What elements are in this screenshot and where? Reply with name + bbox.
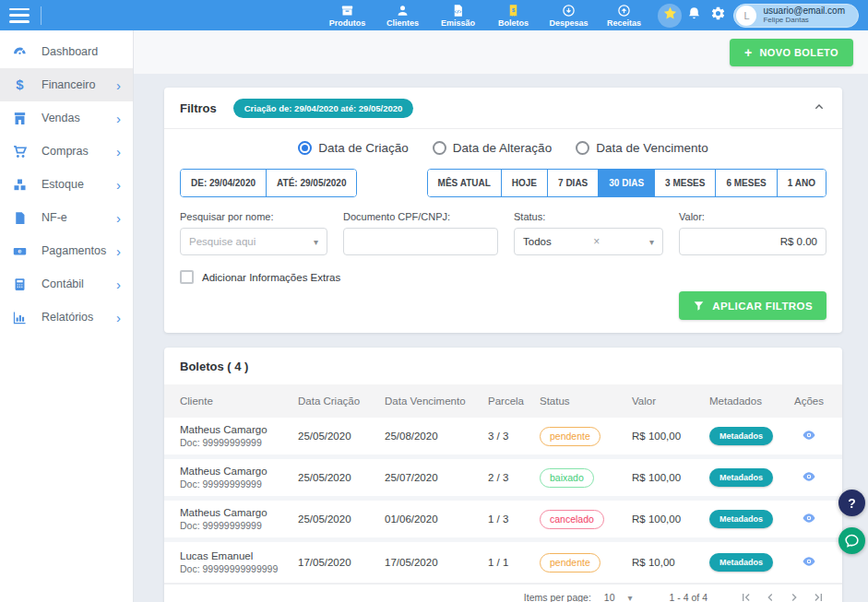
quick-range-1-ano[interactable]: 1 ANO (778, 170, 826, 196)
topnav-item-receitas[interactable]: Receitas (602, 4, 645, 28)
topnav-item-despesas[interactable]: Despesas (547, 4, 589, 28)
topnav-item-boletos[interactable]: $ Boletos (492, 4, 534, 28)
view-icon[interactable] (802, 511, 816, 525)
sidebar-item-relatorios[interactable]: Relatórios › (0, 301, 133, 334)
column-header: Cliente (180, 395, 298, 407)
quick-range-hoje[interactable]: HOJE (502, 170, 548, 196)
status-badge: pendente (540, 553, 600, 572)
topnav-item-produtos[interactable]: Produtos (326, 4, 368, 28)
sidebar-item-dashboard[interactable]: Dashboard (0, 35, 133, 68)
chevron-down-icon: ▾ (628, 593, 633, 602)
chat-bubble-icon (844, 533, 860, 549)
radio-icon (576, 141, 589, 155)
date-from-button[interactable]: DE: 29/04/2020 (181, 170, 267, 196)
creation-date: 17/05/2020 (298, 557, 385, 568)
receipt-icon: $ (506, 4, 520, 18)
sidebar-item-compras[interactable]: Compras › (0, 135, 133, 168)
question-mark-icon: ? (848, 496, 856, 511)
quick-range-6-meses[interactable]: 6 MESES (716, 170, 777, 196)
name-search-select[interactable]: Pesquise aqui ▾ (180, 228, 327, 255)
new-boleto-button[interactable]: + NOVO BOLETO (730, 39, 853, 66)
store-icon (12, 111, 28, 126)
star-icon (662, 6, 678, 25)
radio-data-de-criac-a-o[interactable]: Data de Criação (298, 141, 409, 155)
last-page-button[interactable] (811, 590, 826, 602)
name-search-placeholder: Pesquise aqui (189, 236, 256, 247)
client-doc: Doc: 99999999999 (180, 478, 298, 490)
value: R$ 10,00 (632, 557, 709, 568)
sidebar-item-vendas[interactable]: Vendas › (0, 101, 133, 135)
chevron-down-icon: ▾ (314, 237, 318, 247)
extra-info-checkbox-row[interactable]: Adicionar Informações Extras (180, 270, 826, 284)
checkbox-icon[interactable] (180, 270, 194, 284)
person-icon (396, 4, 410, 18)
document-input[interactable] (343, 228, 498, 255)
view-icon[interactable] (802, 428, 816, 443)
sidebar-item-estoque[interactable]: Estoque › (0, 168, 133, 201)
settings-button[interactable] (706, 4, 730, 28)
column-header: Ações (794, 395, 831, 407)
sidebar-item-financeiro[interactable]: $ Financeiro › (0, 68, 133, 101)
notifications-button[interactable] (682, 4, 706, 28)
collapse-filters-button[interactable] (812, 100, 826, 118)
chat-button[interactable] (838, 527, 865, 554)
table-header: ClienteData CriaçãoData VencimentoParcel… (164, 384, 842, 418)
clear-icon[interactable]: × (593, 235, 607, 248)
value-input[interactable] (679, 228, 826, 255)
metadata-button[interactable]: Metadados (709, 427, 773, 445)
installment: 2 / 3 (488, 472, 540, 483)
main-content: + NOVO BOLETO Filtros Criação de: 29/04/… (134, 30, 868, 602)
file-icon (12, 210, 28, 226)
due-date: 01/06/2020 (385, 513, 488, 525)
user-menu[interactable]: L usuario@email.com Felipe Dantas (733, 4, 859, 28)
status-label: Status: (514, 211, 663, 222)
installment: 3 / 3 (488, 431, 540, 442)
first-page-button[interactable] (739, 590, 754, 602)
date-to-button[interactable]: ATÉ: 29/05/2020 (267, 170, 356, 196)
sidebar-item-nf-e[interactable]: NF-e › (0, 201, 133, 234)
installment: 1 / 3 (488, 513, 540, 525)
topnav-item-clientes[interactable]: Clientes (381, 4, 423, 28)
sidebar-item-pagamentos[interactable]: 0 Pagamentos › (0, 234, 133, 267)
status-badge: cancelado (540, 510, 604, 529)
installment: 1 / 1 (488, 557, 540, 568)
items-per-page-select[interactable]: 10 ▾ (604, 592, 633, 602)
column-header: Parcela (488, 395, 540, 407)
top-navigation: Produtos Clientes Emissão $ Boletos Desp… (326, 4, 645, 28)
quick-range-7-dias[interactable]: 7 DIAS (548, 170, 599, 196)
metadata-button[interactable]: Metadados (709, 468, 773, 487)
date-range-chip: Criação de: 29/04/2020 até: 29/05/2020 (233, 99, 414, 118)
quick-range-3-meses[interactable]: 3 MESES (655, 170, 716, 196)
chevron-up-icon (812, 100, 826, 118)
metadata-button[interactable]: Metadados (709, 510, 773, 528)
quick-range-30-dias[interactable]: 30 DIAS (599, 170, 655, 196)
next-page-button[interactable] (787, 590, 802, 602)
status-badge: baixado (540, 468, 594, 488)
view-icon[interactable] (802, 554, 816, 569)
favorites-button[interactable] (658, 4, 682, 28)
table-body: Matheus Camargo Doc: 99999999999 25/05/2… (164, 418, 842, 584)
due-date: 25/07/2020 (385, 472, 488, 483)
funnel-icon (693, 300, 705, 312)
bar-chart-icon (12, 310, 28, 325)
quick-range-me-s-atual[interactable]: MÊS ATUAL (428, 170, 502, 196)
radio-data-de-alterac-a-o[interactable]: Data de Alteração (433, 141, 552, 155)
previous-page-button[interactable] (763, 590, 778, 602)
radio-data-de-vencimento[interactable]: Data de Vencimento (576, 141, 708, 155)
topbar-divider (41, 6, 42, 25)
arrow-up-circle-icon (617, 4, 631, 18)
status-select[interactable]: Todos × ▾ (514, 228, 663, 255)
gear-icon (710, 6, 726, 25)
apply-filters-button[interactable]: APLICAR FILTROS (679, 291, 826, 320)
metadata-button[interactable]: Metadados (709, 553, 773, 572)
sidebar-item-contabil[interactable]: Contábil › (0, 267, 133, 301)
menu-icon[interactable] (9, 8, 30, 23)
view-icon[interactable] (802, 469, 816, 484)
client-name: Matheus Camargo (180, 507, 298, 518)
help-button[interactable]: ? (838, 490, 865, 516)
chevron-right-icon: › (116, 78, 121, 92)
topnav-item-emissao[interactable]: Emissão (436, 4, 479, 28)
due-date: 17/05/2020 (385, 557, 488, 568)
value-label: Valor: (679, 211, 826, 222)
boletos-title: Boletos ( 4 ) (164, 348, 842, 384)
